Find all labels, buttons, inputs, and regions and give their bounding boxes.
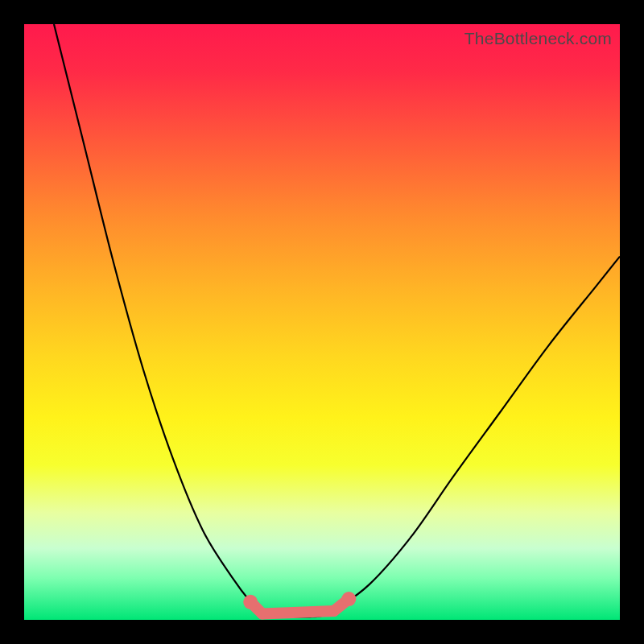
- curve-layer: [24, 24, 620, 620]
- accent-dot: [341, 592, 356, 606]
- left-curve-path: [54, 24, 262, 614]
- accent-marker: [243, 592, 356, 614]
- chart-frame: TheBottleneck.com: [0, 0, 644, 644]
- accent-segment: [262, 611, 334, 614]
- accent-dot: [243, 595, 258, 609]
- plot-area: TheBottleneck.com: [24, 24, 620, 620]
- right-curve-path: [334, 257, 620, 611]
